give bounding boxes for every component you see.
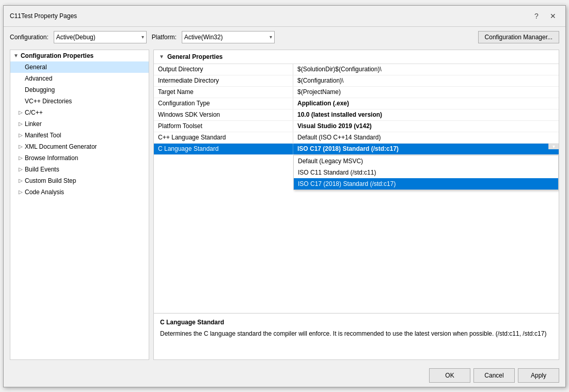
configuration-select[interactable]: Active(Debug) ▾ bbox=[54, 31, 147, 43]
prop-row-output-dir: Output Directory $(SolutionDir)$(Configu… bbox=[154, 64, 559, 75]
title-bar-controls: ? ✕ bbox=[530, 10, 559, 22]
info-panel-title: C Language Standard bbox=[160, 319, 552, 326]
code-analysis-expand-icon: ▷ bbox=[19, 189, 23, 195]
prop-name-config-type: Configuration Type bbox=[154, 98, 293, 109]
prop-value-platform-toolset[interactable]: Visual Studio 2019 (v142) bbox=[293, 121, 559, 132]
prop-name-output-dir: Output Directory bbox=[154, 64, 293, 75]
sidebar-group-browse[interactable]: ▷Browse Information bbox=[10, 152, 149, 164]
build-events-expand-icon: ▷ bbox=[19, 166, 23, 172]
sidebar-group-build-events[interactable]: ▷Build Events bbox=[10, 164, 149, 175]
prop-value-intermediate-dir[interactable]: $(Configuration)\ bbox=[293, 75, 559, 86]
main-content: ▼ Configuration Properties General Advan… bbox=[4, 48, 565, 364]
prop-value-config-type[interactable]: Application (.exe) bbox=[293, 98, 559, 109]
sidebar-group-code-analysis[interactable]: ▷Code Analysis bbox=[10, 186, 149, 198]
sidebar-item-debugging[interactable]: Debugging bbox=[10, 84, 149, 96]
prop-row-c-standard[interactable]: C Language Standard ISO C17 (2018) Stand… bbox=[154, 144, 559, 155]
prop-row-config-type: Configuration Type Application (.exe) bbox=[154, 98, 559, 109]
sidebar-group-xml[interactable]: ▷XML Document Generator bbox=[10, 141, 149, 152]
xml-expand-icon: ▷ bbox=[19, 144, 23, 149]
custom-build-expand-icon: ▷ bbox=[19, 178, 23, 183]
c-standard-dropdown-button[interactable]: ▾ bbox=[548, 144, 559, 149]
prop-name-intermediate-dir: Intermediate Directory bbox=[154, 75, 293, 86]
properties-section-header: ▼ General Properties bbox=[154, 50, 559, 64]
config-bar: Configuration: Active(Debug) ▾ Platform:… bbox=[4, 27, 565, 48]
property-pages-dialog: C11Test Property Pages ? ✕ Configuration… bbox=[3, 5, 566, 387]
prop-value-c-standard[interactable]: ISO C17 (2018) Standard (/std:c17) bbox=[293, 144, 548, 154]
config-label: Configuration: bbox=[10, 34, 49, 41]
platform-label: Platform: bbox=[152, 34, 177, 41]
properties-table: ▼ General Properties Output Directory $(… bbox=[153, 50, 559, 313]
platform-value: Active(Win32) bbox=[184, 34, 223, 41]
dropdown-option-legacy[interactable]: Default (Legacy MSVC) bbox=[294, 155, 558, 167]
apply-button[interactable]: Apply bbox=[518, 368, 559, 383]
browse-expand-icon: ▷ bbox=[19, 155, 23, 161]
prop-name-platform-toolset: Platform Toolset bbox=[154, 121, 293, 132]
prop-row-target-name: Target Name $(ProjectName) bbox=[154, 87, 559, 98]
prop-value-output-dir[interactable]: $(SolutionDir)$(Configuration)\ bbox=[293, 64, 559, 75]
linker-expand-icon: ▷ bbox=[19, 121, 23, 127]
sidebar-section-title: Configuration Properties bbox=[21, 52, 93, 59]
prop-name-target-name: Target Name bbox=[154, 87, 293, 98]
sidebar-group-manifest[interactable]: ▷Manifest Tool bbox=[10, 130, 149, 141]
properties-collapse-icon: ▼ bbox=[159, 54, 164, 59]
prop-name-cpp-standard: C++ Language Standard bbox=[154, 132, 293, 143]
prop-value-target-name[interactable]: $(ProjectName) bbox=[293, 87, 559, 98]
section-collapse-icon: ▼ bbox=[13, 53, 19, 58]
info-panel-text: Determines the C language standard the c… bbox=[160, 329, 552, 338]
cancel-button[interactable]: Cancel bbox=[473, 368, 515, 383]
config-select-arrow-icon: ▾ bbox=[141, 34, 144, 40]
prop-row-cpp-standard: C++ Language Standard Default (ISO C++14… bbox=[154, 132, 559, 144]
prop-row-intermediate-dir: Intermediate Directory $(Configuration)\ bbox=[154, 75, 559, 87]
sidebar-group-custom-build[interactable]: ▷Custom Build Step bbox=[10, 175, 149, 186]
dropdown-option-c11[interactable]: ISO C11 Standard (/std:c11) bbox=[294, 167, 558, 178]
prop-value-sdk-version[interactable]: 10.0 (latest installed version) bbox=[293, 109, 559, 120]
platform-select-arrow-icon: ▾ bbox=[270, 34, 272, 40]
help-button[interactable]: ? bbox=[530, 10, 543, 22]
sidebar: ▼ Configuration Properties General Advan… bbox=[10, 50, 149, 360]
dropdown-option-c17[interactable]: ISO C17 (2018) Standard (/std:c17) bbox=[294, 178, 558, 190]
title-bar: C11Test Property Pages ? ✕ bbox=[4, 6, 565, 27]
sidebar-group-linker[interactable]: ▷Linker bbox=[10, 118, 149, 130]
manifest-expand-icon: ▷ bbox=[19, 132, 23, 138]
right-panel: ▼ General Properties Output Directory $(… bbox=[153, 50, 559, 360]
sidebar-item-advanced[interactable]: Advanced bbox=[10, 73, 149, 84]
sidebar-group-cpp[interactable]: ▷C/C++ bbox=[10, 107, 149, 118]
properties-section-title: General Properties bbox=[167, 53, 223, 60]
platform-select[interactable]: Active(Win32) ▾ bbox=[182, 31, 275, 43]
cpp-expand-icon: ▷ bbox=[19, 109, 23, 115]
sidebar-section-header[interactable]: ▼ Configuration Properties bbox=[10, 50, 149, 61]
prop-name-c-standard: C Language Standard bbox=[154, 144, 293, 154]
sidebar-item-general[interactable]: General bbox=[10, 61, 149, 73]
c-standard-dropdown-menu: Default (Legacy MSVC) ISO C11 Standard (… bbox=[293, 155, 559, 190]
info-panel: C Language Standard Determines the C lan… bbox=[153, 313, 559, 360]
prop-row-platform-toolset: Platform Toolset Visual Studio 2019 (v14… bbox=[154, 121, 559, 132]
prop-row-sdk-version: Windows SDK Version 10.0 (latest install… bbox=[154, 109, 559, 121]
bottom-buttons: OK Cancel Apply bbox=[4, 364, 565, 387]
dialog-title: C11Test Property Pages bbox=[10, 12, 77, 20]
prop-name-sdk-version: Windows SDK Version bbox=[154, 109, 293, 120]
sidebar-item-vcdirectories[interactable]: VC++ Directories bbox=[10, 96, 149, 107]
configuration-value: Active(Debug) bbox=[56, 34, 96, 41]
ok-button[interactable]: OK bbox=[429, 368, 470, 383]
close-button[interactable]: ✕ bbox=[547, 10, 559, 22]
prop-value-cpp-standard[interactable]: Default (ISO C++14 Standard) bbox=[293, 132, 559, 143]
configuration-manager-button[interactable]: Configuration Manager... bbox=[478, 31, 559, 43]
